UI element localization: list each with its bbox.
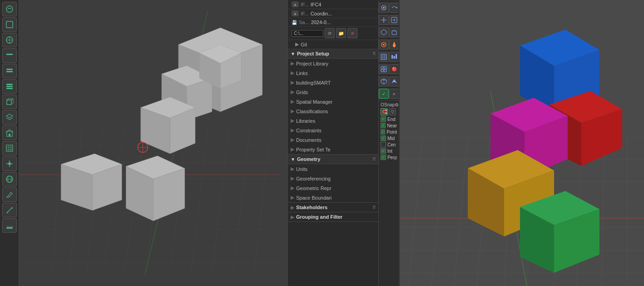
refresh-btn[interactable]: ⟳ xyxy=(325,28,335,38)
close-path-btn[interactable]: ✕ xyxy=(347,28,357,38)
ruler-btn[interactable] xyxy=(2,218,17,233)
tool-view1-btn[interactable] xyxy=(379,27,389,37)
transform-btn[interactable] xyxy=(2,156,17,171)
ifc-value-3: 2024-0... xyxy=(311,20,331,25)
snap-perp-check[interactable]: ✓ xyxy=(381,155,386,160)
osnap-gear-icon[interactable]: ⚙ xyxy=(395,102,399,107)
snap-cen-check[interactable] xyxy=(381,142,386,147)
tool-zoom-btn[interactable] xyxy=(389,15,399,25)
constraints-row[interactable]: ▶ Constraints xyxy=(288,125,378,135)
svg-rect-10 xyxy=(6,88,13,89)
geometric-repr-row[interactable]: ▶ Geometric Repr xyxy=(288,183,378,193)
layer3-btn[interactable] xyxy=(2,79,17,94)
select-btn[interactable] xyxy=(2,17,17,32)
row-arrow-4: ▶ xyxy=(291,89,294,95)
links-row[interactable]: ▶ Links xyxy=(288,68,378,78)
orbit-btn[interactable] xyxy=(2,2,17,16)
stakeholders-header[interactable]: ▶ Stakeholders ⠿ xyxy=(288,203,378,212)
stakeholders-drag: ⠿ xyxy=(372,205,376,210)
ifc-label-3: Sa... xyxy=(299,20,309,25)
svg-line-55 xyxy=(103,129,124,275)
snap-mid-check[interactable]: ✓ xyxy=(381,135,386,141)
grouping-filter-header[interactable]: ▶ Grouping and Filter xyxy=(288,212,378,222)
geometry-header[interactable]: ▼ Geometry ⠿ xyxy=(288,155,378,164)
path-row: ⟳ 📁 ✕ xyxy=(288,27,378,40)
git-row[interactable]: ▶ Git xyxy=(288,40,378,49)
globe-btn[interactable] xyxy=(2,172,17,186)
snap-point-check[interactable]: ✓ xyxy=(381,129,385,135)
tool-rotate-btn[interactable] xyxy=(389,3,399,13)
ifc-value-2: Coordin... xyxy=(311,11,332,16)
tool-arrow2-btn[interactable] xyxy=(389,76,399,86)
svg-marker-78 xyxy=(126,156,184,179)
svg-rect-96 xyxy=(381,54,386,60)
row-arrow-8: ▶ xyxy=(291,127,294,133)
svg-marker-74 xyxy=(170,107,195,154)
tool-fire-btn[interactable] xyxy=(389,40,399,50)
svg-marker-17 xyxy=(6,114,13,118)
path-input[interactable] xyxy=(292,30,323,37)
svg-marker-69 xyxy=(199,45,241,64)
measure-btn[interactable] xyxy=(2,203,17,217)
layer2-btn[interactable] xyxy=(2,64,17,78)
grids-row[interactable]: ▶ Grids xyxy=(288,87,378,97)
tool-snap-btn[interactable] xyxy=(379,40,389,50)
tool-box3d-btn[interactable] xyxy=(379,76,389,86)
right-viewport[interactable] xyxy=(399,0,644,286)
layers-btn[interactable] xyxy=(2,110,17,125)
snap-mid: ✓ Mid xyxy=(380,135,398,141)
tool-pan-btn[interactable] xyxy=(379,15,389,25)
osnap-container: OSnap ⚙ 🧲 ▽ ✓ End ✓ Near ✓ Point ✓ Mid C… xyxy=(379,100,399,161)
project-setup-header[interactable]: ▼ Project Setup ⠿ xyxy=(288,49,378,59)
space-boundari-row[interactable]: ▶ Space Boundari xyxy=(288,193,378,202)
folder-btn[interactable]: 📁 xyxy=(336,28,346,38)
pen2-btn[interactable] xyxy=(2,187,17,202)
project-library-row[interactable]: ▶ Project Library xyxy=(288,59,378,68)
svg-marker-90 xyxy=(381,30,386,35)
right-toolbar: ✓ » OSnap ⚙ 🧲 ▽ ✓ End ✓ Near ✓ Point ✓ M… xyxy=(378,0,399,286)
classifications-row[interactable]: ▶ Classifications xyxy=(288,106,378,116)
documents-row[interactable]: ▶ Documents xyxy=(288,135,378,145)
tool-more-btn[interactable]: » xyxy=(389,89,399,99)
svg-rect-105 xyxy=(384,66,386,69)
svg-marker-80 xyxy=(154,168,185,221)
snap-mid-label: Mid xyxy=(387,136,395,141)
tool-row-6 xyxy=(378,63,399,75)
tool-check-btn[interactable]: ✓ xyxy=(379,89,389,99)
documents-label: Documents xyxy=(296,137,322,143)
geometry-arrow: ▼ xyxy=(291,157,295,162)
svg-marker-71 xyxy=(220,53,241,88)
svg-marker-72 xyxy=(141,97,195,118)
buildingsmart-row[interactable]: ▶ buildingSMART xyxy=(288,78,378,87)
properties-panel: ▲ IF... IFC4 ▲ IF... Coordin... 💾 Sa... … xyxy=(287,0,378,286)
snap-end-label: End xyxy=(387,117,396,122)
property-set-row[interactable]: ▶ Property Set Te xyxy=(288,145,378,154)
svg-point-109 xyxy=(392,68,394,69)
mesh-btn[interactable] xyxy=(2,141,17,156)
tool-orbit-btn[interactable] xyxy=(379,3,389,13)
grids-label: Grids xyxy=(296,90,308,95)
snap-end-check[interactable]: ✓ xyxy=(381,116,386,122)
tool-red-dot-btn[interactable] xyxy=(389,64,399,74)
tool-matrix-btn[interactable] xyxy=(379,64,389,74)
box-btn[interactable] xyxy=(2,95,17,109)
spatial-manager-row[interactable]: ▶ Spatial Manager xyxy=(288,97,378,106)
svg-marker-79 xyxy=(126,166,153,221)
libraries-row[interactable]: ▶ Libraries xyxy=(288,116,378,125)
osnap-magnet-btn[interactable]: 🧲 xyxy=(381,108,388,115)
snap-end: ✓ End xyxy=(380,116,398,122)
snap-int-check[interactable]: ✓ xyxy=(381,148,386,154)
main-viewport[interactable] xyxy=(19,0,287,286)
georeferencing-row[interactable]: ▶ Georeferencing xyxy=(288,174,378,183)
row-arrow-1: ▶ xyxy=(291,60,294,66)
stakeholders-label: Stakeholders xyxy=(296,205,327,210)
tool-view2-btn[interactable] xyxy=(389,27,399,37)
layer1-btn[interactable] xyxy=(2,48,17,63)
building-btn[interactable] xyxy=(2,125,17,140)
units-row[interactable]: ▶ Units xyxy=(288,164,378,174)
compass-btn[interactable] xyxy=(2,33,17,47)
tool-grid-btn[interactable] xyxy=(379,52,389,62)
osnap-filter-btn[interactable]: ▽ xyxy=(389,108,396,115)
snap-near-check[interactable]: ✓ xyxy=(381,123,386,128)
tool-bar-btn[interactable] xyxy=(389,52,399,62)
